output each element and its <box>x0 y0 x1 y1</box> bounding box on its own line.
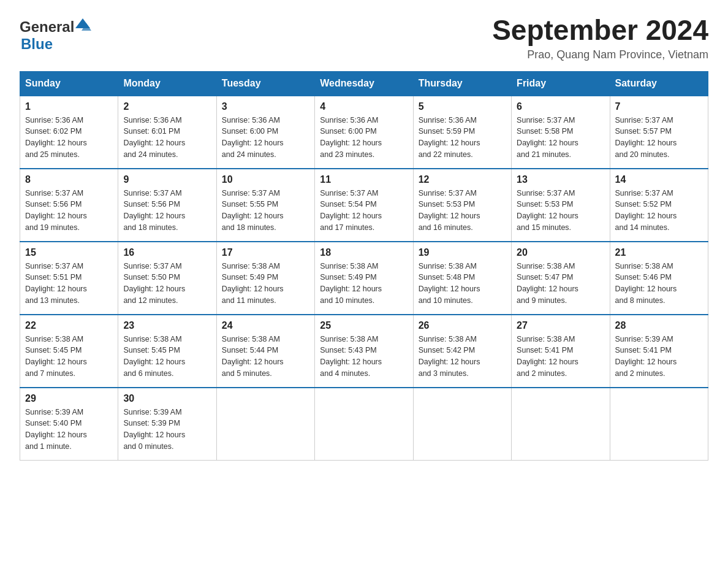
day-info: Sunrise: 5:37 AMSunset: 5:56 PMDaylight:… <box>25 188 113 234</box>
day-info: Sunrise: 5:36 AMSunset: 6:02 PMDaylight:… <box>25 115 113 161</box>
day-info: Sunrise: 5:37 AMSunset: 5:54 PMDaylight:… <box>320 188 408 234</box>
week-row-3: 15 Sunrise: 5:37 AMSunset: 5:51 PMDaylig… <box>20 242 708 315</box>
day-info: Sunrise: 5:37 AMSunset: 5:51 PMDaylight:… <box>25 261 113 307</box>
day-number: 9 <box>123 174 211 185</box>
col-header-sunday: Sunday <box>20 71 118 96</box>
day-number: 19 <box>419 247 506 258</box>
day-info: Sunrise: 5:38 AMSunset: 5:46 PMDaylight:… <box>615 261 703 307</box>
calendar-title: September 2024 <box>492 15 708 46</box>
day-number: 15 <box>25 247 113 258</box>
week-row-5: 29 Sunrise: 5:39 AMSunset: 5:40 PMDaylig… <box>20 388 708 461</box>
col-header-tuesday: Tuesday <box>216 71 314 96</box>
calendar-cell: 2 Sunrise: 5:36 AMSunset: 6:01 PMDayligh… <box>118 96 216 169</box>
day-number: 5 <box>419 101 506 112</box>
day-info: Sunrise: 5:37 AMSunset: 5:53 PMDaylight:… <box>419 188 506 234</box>
day-number: 17 <box>222 247 309 258</box>
calendar-cell: 20 Sunrise: 5:38 AMSunset: 5:47 PMDaylig… <box>512 242 610 315</box>
col-header-wednesday: Wednesday <box>315 71 413 96</box>
calendar-cell <box>315 388 413 461</box>
day-number: 28 <box>615 320 703 331</box>
day-number: 13 <box>517 174 604 185</box>
week-row-2: 8 Sunrise: 5:37 AMSunset: 5:56 PMDayligh… <box>20 169 708 242</box>
calendar-cell <box>216 388 314 461</box>
logo-blue: Blue <box>21 36 53 52</box>
day-info: Sunrise: 5:37 AMSunset: 5:56 PMDaylight:… <box>123 188 211 234</box>
logo-icon <box>74 16 91 33</box>
day-number: 3 <box>222 101 309 112</box>
logo-text: General Blue <box>20 15 91 53</box>
calendar-cell: 30 Sunrise: 5:39 AMSunset: 5:39 PMDaylig… <box>118 388 216 461</box>
calendar-cell: 4 Sunrise: 5:36 AMSunset: 6:00 PMDayligh… <box>315 96 413 169</box>
day-info: Sunrise: 5:39 AMSunset: 5:39 PMDaylight:… <box>123 407 211 453</box>
day-number: 29 <box>25 393 113 404</box>
calendar-cell: 18 Sunrise: 5:38 AMSunset: 5:49 PMDaylig… <box>315 242 413 315</box>
calendar-cell: 23 Sunrise: 5:38 AMSunset: 5:45 PMDaylig… <box>118 315 216 388</box>
day-info: Sunrise: 5:38 AMSunset: 5:49 PMDaylight:… <box>222 261 309 307</box>
col-header-friday: Friday <box>512 71 610 96</box>
day-number: 25 <box>320 320 408 331</box>
calendar-cell: 1 Sunrise: 5:36 AMSunset: 6:02 PMDayligh… <box>20 96 118 169</box>
day-info: Sunrise: 5:38 AMSunset: 5:43 PMDaylight:… <box>320 334 408 380</box>
calendar-cell: 3 Sunrise: 5:36 AMSunset: 6:00 PMDayligh… <box>216 96 314 169</box>
day-number: 20 <box>517 247 604 258</box>
day-number: 22 <box>25 320 113 331</box>
page-header: General Blue September 2024 Prao, Quang … <box>20 15 708 61</box>
day-info: Sunrise: 5:38 AMSunset: 5:45 PMDaylight:… <box>123 334 211 380</box>
day-info: Sunrise: 5:36 AMSunset: 6:00 PMDaylight:… <box>320 115 408 161</box>
calendar-cell: 11 Sunrise: 5:37 AMSunset: 5:54 PMDaylig… <box>315 169 413 242</box>
calendar-cell: 14 Sunrise: 5:37 AMSunset: 5:52 PMDaylig… <box>610 169 708 242</box>
day-number: 27 <box>517 320 604 331</box>
calendar-cell: 5 Sunrise: 5:36 AMSunset: 5:59 PMDayligh… <box>413 96 511 169</box>
calendar-cell: 19 Sunrise: 5:38 AMSunset: 5:48 PMDaylig… <box>413 242 511 315</box>
day-number: 24 <box>222 320 309 331</box>
day-info: Sunrise: 5:37 AMSunset: 5:53 PMDaylight:… <box>517 188 604 234</box>
day-number: 4 <box>320 101 408 112</box>
col-header-monday: Monday <box>118 71 216 96</box>
calendar-subtitle: Prao, Quang Nam Province, Vietnam <box>492 48 708 61</box>
day-number: 11 <box>320 174 408 185</box>
calendar-cell: 25 Sunrise: 5:38 AMSunset: 5:43 PMDaylig… <box>315 315 413 388</box>
calendar-cell: 24 Sunrise: 5:38 AMSunset: 5:44 PMDaylig… <box>216 315 314 388</box>
calendar-cell: 10 Sunrise: 5:37 AMSunset: 5:55 PMDaylig… <box>216 169 314 242</box>
calendar-cell: 15 Sunrise: 5:37 AMSunset: 5:51 PMDaylig… <box>20 242 118 315</box>
day-info: Sunrise: 5:37 AMSunset: 5:57 PMDaylight:… <box>615 115 703 161</box>
day-info: Sunrise: 5:38 AMSunset: 5:41 PMDaylight:… <box>517 334 604 380</box>
col-header-saturday: Saturday <box>610 71 708 96</box>
day-info: Sunrise: 5:37 AMSunset: 5:58 PMDaylight:… <box>517 115 604 161</box>
day-info: Sunrise: 5:38 AMSunset: 5:44 PMDaylight:… <box>222 334 309 380</box>
col-header-thursday: Thursday <box>413 71 511 96</box>
day-number: 23 <box>123 320 211 331</box>
calendar-cell: 27 Sunrise: 5:38 AMSunset: 5:41 PMDaylig… <box>512 315 610 388</box>
week-row-1: 1 Sunrise: 5:36 AMSunset: 6:02 PMDayligh… <box>20 96 708 169</box>
day-info: Sunrise: 5:38 AMSunset: 5:45 PMDaylight:… <box>25 334 113 380</box>
day-info: Sunrise: 5:37 AMSunset: 5:55 PMDaylight:… <box>222 188 309 234</box>
day-number: 10 <box>222 174 309 185</box>
day-number: 21 <box>615 247 703 258</box>
calendar-cell: 9 Sunrise: 5:37 AMSunset: 5:56 PMDayligh… <box>118 169 216 242</box>
day-number: 14 <box>615 174 703 185</box>
calendar-cell: 26 Sunrise: 5:38 AMSunset: 5:42 PMDaylig… <box>413 315 511 388</box>
calendar-cell: 13 Sunrise: 5:37 AMSunset: 5:53 PMDaylig… <box>512 169 610 242</box>
day-info: Sunrise: 5:36 AMSunset: 5:59 PMDaylight:… <box>419 115 506 161</box>
calendar-cell: 21 Sunrise: 5:38 AMSunset: 5:46 PMDaylig… <box>610 242 708 315</box>
day-info: Sunrise: 5:39 AMSunset: 5:41 PMDaylight:… <box>615 334 703 380</box>
day-info: Sunrise: 5:36 AMSunset: 6:01 PMDaylight:… <box>123 115 211 161</box>
day-number: 18 <box>320 247 408 258</box>
day-number: 12 <box>419 174 506 185</box>
calendar-cell: 6 Sunrise: 5:37 AMSunset: 5:58 PMDayligh… <box>512 96 610 169</box>
day-info: Sunrise: 5:38 AMSunset: 5:42 PMDaylight:… <box>419 334 506 380</box>
day-info: Sunrise: 5:38 AMSunset: 5:49 PMDaylight:… <box>320 261 408 307</box>
calendar-cell <box>413 388 511 461</box>
logo-general: General <box>20 18 74 35</box>
calendar-cell <box>512 388 610 461</box>
calendar-cell: 8 Sunrise: 5:37 AMSunset: 5:56 PMDayligh… <box>20 169 118 242</box>
day-info: Sunrise: 5:36 AMSunset: 6:00 PMDaylight:… <box>222 115 309 161</box>
title-area: September 2024 Prao, Quang Nam Province,… <box>492 15 708 61</box>
calendar-cell: 17 Sunrise: 5:38 AMSunset: 5:49 PMDaylig… <box>216 242 314 315</box>
calendar-cell <box>610 388 708 461</box>
day-number: 16 <box>123 247 211 258</box>
header-row: SundayMondayTuesdayWednesdayThursdayFrid… <box>20 71 708 96</box>
day-info: Sunrise: 5:39 AMSunset: 5:40 PMDaylight:… <box>25 407 113 453</box>
calendar-cell: 16 Sunrise: 5:37 AMSunset: 5:50 PMDaylig… <box>118 242 216 315</box>
day-number: 30 <box>123 393 211 404</box>
